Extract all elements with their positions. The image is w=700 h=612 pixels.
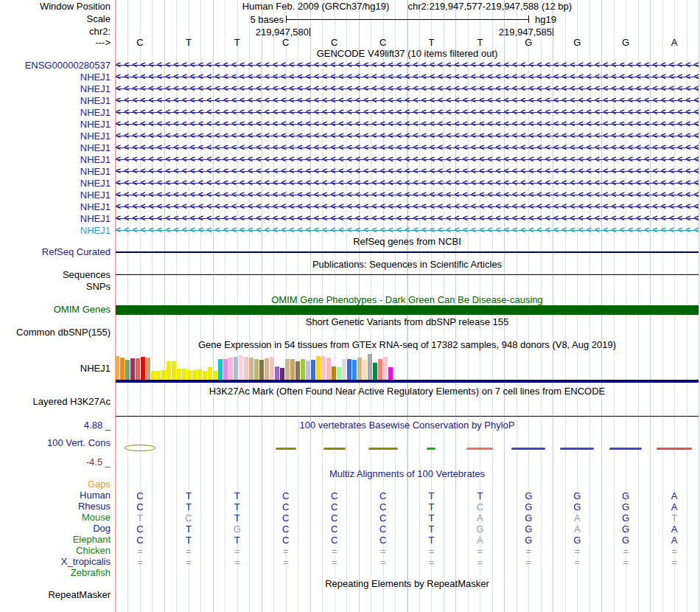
gtex-tissue-bar[interactable]: [326, 358, 332, 380]
phylop-wiggle-segment[interactable]: [466, 448, 493, 450]
gene-transcript-row[interactable]: <<<<<<<<<<<<<<<<<<<<<<<<<<<<<<<<<<<<<<<<…: [116, 107, 699, 119]
gtex-tissue-bar[interactable]: [208, 367, 213, 380]
gtex-tissue-bar[interactable]: [115, 356, 120, 380]
phylop-wiggle-segment[interactable]: [427, 448, 435, 450]
gtex-tissue-bar[interactable]: [182, 369, 187, 380]
gtex-tissue-bar[interactable]: [321, 356, 326, 380]
species-label[interactable]: Chicken: [0, 546, 111, 556]
common-dbsnp-label[interactable]: Common dbSNP(155): [0, 327, 111, 338]
omim-genes-label[interactable]: OMIM Genes: [0, 305, 111, 315]
gtex-tissue-bar[interactable]: [337, 367, 342, 380]
gtex-tissue-bar[interactable]: [234, 357, 239, 380]
gene-row-label[interactable]: ENSG00000280537: [0, 60, 111, 71]
gene-row-label[interactable]: NHEJ1: [0, 214, 111, 224]
gene-transcript-row[interactable]: <<<<<<<<<<<<<<<<<<<<<<<<<<<<<<<<<<<<<<<<…: [116, 83, 699, 95]
gene-transcript-row[interactable]: <<<<<<<<<<<<<<<<<<<<<<<<<<<<<<<<<<<<<<<<…: [116, 142, 699, 154]
gene-transcript-row[interactable]: <<<<<<<<<<<<<<<<<<<<<<<<<<<<<<<<<<<<<<<<…: [116, 119, 699, 131]
gene-row-label[interactable]: NHEJ1: [0, 84, 111, 94]
gtex-tissue-bar[interactable]: [192, 370, 197, 380]
species-label[interactable]: Gaps: [0, 479, 111, 490]
omim-gene-bar[interactable]: [116, 305, 699, 315]
gtex-tissue-bar[interactable]: [156, 371, 161, 380]
species-label[interactable]: Elephant: [0, 535, 111, 545]
gtex-tissue-bar[interactable]: [197, 369, 203, 380]
gtex-tissue-bar[interactable]: [368, 354, 373, 380]
phylop-wiggle-segment[interactable]: [511, 448, 545, 450]
gene-transcript-row[interactable]: <<<<<<<<<<<<<<<<<<<<<<<<<<<<<<<<<<<<<<<<…: [116, 95, 699, 107]
phylop-wiggle-segment[interactable]: [657, 448, 692, 450]
gene-row-label[interactable]: NHEJ1: [0, 190, 111, 201]
gtex-tissue-bar[interactable]: [311, 360, 316, 380]
gtex-tissue-bar[interactable]: [290, 359, 295, 380]
repeatmasker-label[interactable]: RepeatMasker: [0, 590, 111, 600]
gtex-tissue-bar[interactable]: [167, 361, 172, 380]
gtex-tissue-bar[interactable]: [316, 356, 321, 380]
gene-row-label[interactable]: NHEJ1: [0, 202, 111, 212]
gtex-tissue-bar[interactable]: [373, 363, 378, 380]
gtex-tissue-bar[interactable]: [378, 359, 383, 380]
gtex-tissue-bar[interactable]: [239, 355, 244, 380]
gene-transcript-row[interactable]: <<<<<<<<<<<<<<<<<<<<<<<<<<<<<<<<<<<<<<<<…: [116, 201, 699, 213]
gene-transcript-row[interactable]: <<<<<<<<<<<<<<<<<<<<<<<<<<<<<<<<<<<<<<<<…: [116, 178, 699, 189]
gtex-tissue-bar[interactable]: [187, 370, 192, 380]
gene-row-label[interactable]: NHEJ1: [0, 155, 111, 165]
species-label[interactable]: Human: [0, 490, 111, 501]
gtex-tissue-bar[interactable]: [301, 359, 306, 380]
gtex-tissue-bar[interactable]: [388, 367, 393, 380]
gtex-tissue-bar[interactable]: [146, 358, 151, 380]
gtex-tissue-bar[interactable]: [120, 358, 125, 380]
layered-h3k27ac-label[interactable]: Layered H3K27Ac: [0, 397, 111, 407]
snps-label[interactable]: SNPs: [0, 282, 111, 292]
gene-transcript-row[interactable]: <<<<<<<<<<<<<<<<<<<<<<<<<<<<<<<<<<<<<<<<…: [116, 189, 699, 201]
phylop-wiggle-segment[interactable]: [276, 448, 296, 450]
gene-row-label[interactable]: NHEJ1: [0, 72, 111, 83]
gene-row-label[interactable]: NHEJ1: [0, 131, 111, 142]
gene-row-label[interactable]: NHEJ1: [0, 96, 111, 106]
gtex-tissue-bar[interactable]: [136, 358, 141, 380]
gene-transcript-row[interactable]: <<<<<<<<<<<<<<<<<<<<<<<<<<<<<<<<<<<<<<<<…: [116, 131, 699, 142]
species-label[interactable]: Zebrafish: [0, 568, 111, 578]
gtex-tissue-bar[interactable]: [352, 360, 357, 380]
gtex-tissue-bar[interactable]: [332, 366, 337, 380]
phylop-wiggle-segment[interactable]: [609, 448, 642, 450]
sequences-label[interactable]: Sequences: [0, 270, 111, 280]
gtex-expression-bars[interactable]: [115, 354, 394, 380]
species-label[interactable]: Dog: [0, 524, 111, 534]
gene-row-label[interactable]: NHEJ1: [0, 167, 111, 177]
gene-row-label[interactable]: NHEJ1: [0, 143, 111, 153]
gene-transcript-row[interactable]: <<<<<<<<<<<<<<<<<<<<<<<<<<<<<<<<<<<<<<<<…: [116, 60, 699, 72]
phylop-wiggle-segment[interactable]: [125, 445, 155, 451]
gtex-tissue-bar[interactable]: [254, 359, 259, 380]
gtex-tissue-bar[interactable]: [228, 358, 234, 380]
gene-transcript-row[interactable]: <<<<<<<<<<<<<<<<<<<<<<<<<<<<<<<<<<<<<<<<…: [116, 225, 699, 237]
gene-row-label[interactable]: NHEJ1: [0, 108, 111, 118]
gene-transcript-row[interactable]: <<<<<<<<<<<<<<<<<<<<<<<<<<<<<<<<<<<<<<<<…: [116, 154, 699, 166]
gtex-tissue-bar[interactable]: [203, 371, 208, 380]
gtex-tissue-bar[interactable]: [218, 359, 223, 380]
phylop-wiggle-segment[interactable]: [368, 448, 398, 450]
phylop-wiggle-segment[interactable]: [323, 448, 346, 450]
gtex-tissue-bar[interactable]: [249, 358, 254, 380]
gtex-tissue-bar[interactable]: [270, 357, 275, 380]
gtex-tissue-bar[interactable]: [151, 371, 156, 380]
gtex-tissue-bar[interactable]: [213, 371, 218, 380]
gtex-tissue-bar[interactable]: [280, 368, 285, 380]
gtex-tissue-bar[interactable]: [130, 358, 136, 380]
gene-transcript-row[interactable]: <<<<<<<<<<<<<<<<<<<<<<<<<<<<<<<<<<<<<<<<…: [116, 213, 699, 225]
gtex-baseline-bar[interactable]: [116, 380, 699, 383]
phylop-track-label[interactable]: 100 Vert. Cons: [0, 438, 111, 448]
gtex-tissue-bar[interactable]: [259, 360, 265, 380]
gene-row-label[interactable]: NHEJ1: [0, 226, 111, 236]
gtex-tissue-bar[interactable]: [295, 361, 301, 380]
gtex-tissue-bar[interactable]: [172, 361, 177, 380]
gtex-tissue-bar[interactable]: [275, 366, 280, 380]
gene-transcript-row[interactable]: <<<<<<<<<<<<<<<<<<<<<<<<<<<<<<<<<<<<<<<<…: [116, 72, 699, 83]
gtex-tissue-bar[interactable]: [342, 359, 347, 380]
gtex-tissue-bar[interactable]: [125, 360, 130, 380]
gtex-tissue-bar[interactable]: [223, 359, 228, 380]
gtex-tissue-bar[interactable]: [285, 359, 290, 380]
gtex-tissue-bar[interactable]: [383, 357, 388, 380]
gtex-tissue-bar[interactable]: [357, 358, 363, 380]
gene-row-label[interactable]: NHEJ1: [0, 119, 111, 130]
gtex-tissue-bar[interactable]: [347, 359, 352, 380]
